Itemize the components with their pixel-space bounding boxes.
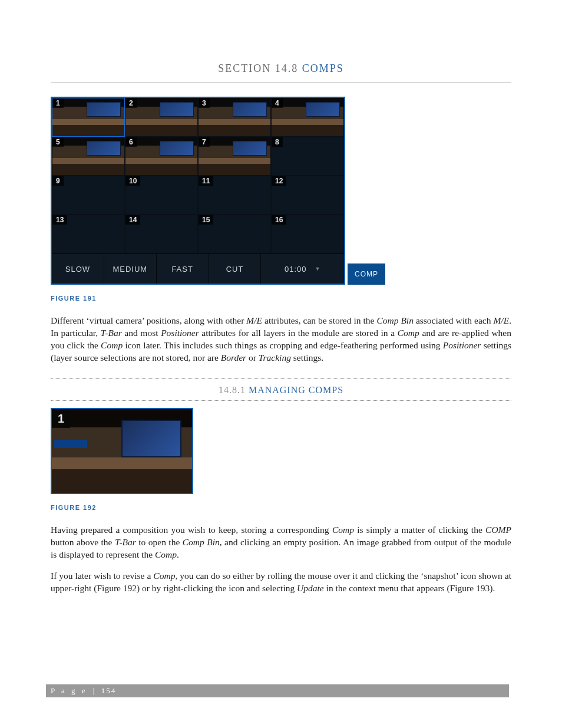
comp-slot-8[interactable]: 8 <box>271 137 344 176</box>
comp-slot-1[interactable]: 1 <box>52 98 125 137</box>
slow-button[interactable]: SLOW <box>52 254 104 284</box>
time-value: 01:00 <box>285 265 307 274</box>
comp-slot-11[interactable]: 11 <box>198 176 271 215</box>
subsection-rule-top <box>51 378 511 379</box>
paragraph-1: Different ‘virtual camera’ positions, al… <box>51 315 511 364</box>
section-name: COMPS <box>302 62 344 74</box>
comp-slot-number: 10 <box>125 176 140 186</box>
subsection-name: MANAGING COMPS <box>249 385 343 395</box>
comp-slot-number: 5 <box>52 137 64 147</box>
fast-button[interactable]: FAST <box>157 254 209 284</box>
comp-slot-number: 12 <box>272 176 286 186</box>
figure-191-caption: FIGURE 191 <box>51 295 511 302</box>
comp-slot-15[interactable]: 15 <box>198 215 271 253</box>
comp-slot-number: 16 <box>272 215 286 225</box>
section-number: SECTION 14.8 <box>218 62 298 74</box>
paragraph-2: Having prepared a composition you wish t… <box>51 524 511 561</box>
comp-slot-number: 1 <box>52 98 64 108</box>
time-dropdown[interactable]: 01:00 ▼ <box>261 254 344 284</box>
comp-button[interactable]: COMP <box>348 263 385 285</box>
comp-slot-number: 9 <box>52 176 64 186</box>
comp-slot-number: 7 <box>199 137 210 147</box>
comp-slot-number: 1 <box>52 409 70 428</box>
comp-slot-number: 2 <box>125 98 137 108</box>
footer-label: P a g e <box>51 686 88 695</box>
comp-slot-monitor <box>121 420 181 457</box>
paragraph-3: If you later wish to revise a Comp, you … <box>51 570 511 595</box>
comp-slot-2[interactable]: 2 <box>125 98 198 137</box>
comp-slot-7[interactable]: 7 <box>198 137 271 176</box>
comp-slot-number: 15 <box>199 215 213 225</box>
cut-button[interactable]: CUT <box>209 254 262 284</box>
comp-slot-9[interactable]: 9 <box>52 176 125 215</box>
comp-slot-13[interactable]: 13 <box>52 215 125 253</box>
comp-bin-panel: 12345678910111213141516 SLOW MEDIUM FAST… <box>51 97 345 285</box>
footer-sep: | <box>90 686 99 695</box>
section-title: SECTION 14.8 COMPS <box>51 62 511 75</box>
subsection-title: 14.8.1 MANAGING COMPS <box>51 385 511 396</box>
comp-slot-number: 4 <box>272 98 283 108</box>
subsection-number: 14.8.1 <box>219 385 246 395</box>
chevron-down-icon: ▼ <box>315 266 321 272</box>
figure-191-wrap: 12345678910111213141516 SLOW MEDIUM FAST… <box>51 83 345 285</box>
comp-slot-number: 14 <box>125 215 140 225</box>
page-footer: P a g e | 154 <box>46 684 509 697</box>
comp-slot-16[interactable]: 16 <box>271 215 344 253</box>
comp-grid: 12345678910111213141516 <box>52 98 344 253</box>
comp-slot-4[interactable]: 4 <box>271 98 344 137</box>
comp-slot-tag <box>54 440 87 448</box>
comp-slot-5[interactable]: 5 <box>52 137 125 176</box>
comp-slot-number: 11 <box>199 176 213 186</box>
comp-slot-number: 6 <box>125 137 137 147</box>
comp-slot-12[interactable]: 12 <box>271 176 344 215</box>
comp-slot-number: 13 <box>52 215 67 225</box>
comp-slot-3[interactable]: 3 <box>198 98 271 137</box>
page-number: 154 <box>101 686 117 695</box>
figure-192-caption: FIGURE 192 <box>51 505 511 511</box>
comp-slot-6[interactable]: 6 <box>125 137 198 176</box>
comp-slot-number: 8 <box>272 137 283 147</box>
comp-slot-number: 3 <box>199 98 210 108</box>
medium-button[interactable]: MEDIUM <box>104 254 157 284</box>
comp-slot-10[interactable]: 10 <box>125 176 198 215</box>
comp-slot-14[interactable]: 14 <box>125 215 198 253</box>
subsection-rule-bottom <box>51 400 511 401</box>
figure-192: 1 <box>51 408 193 494</box>
comp-toolbar: SLOW MEDIUM FAST CUT 01:00 ▼ <box>52 253 344 284</box>
